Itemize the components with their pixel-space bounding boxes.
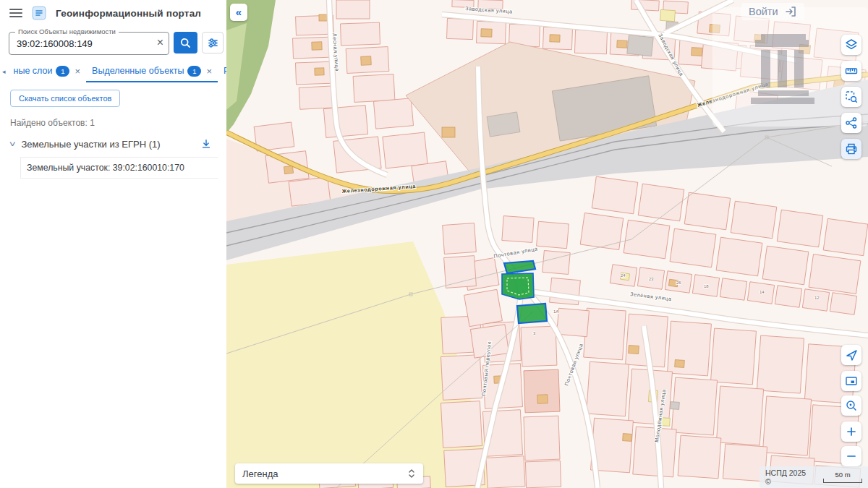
scale-label: 50 m bbox=[835, 471, 850, 479]
legend-dropdown[interactable]: Легенда bbox=[235, 463, 423, 484]
parcel-polygon bbox=[525, 461, 561, 488]
chevron-down-icon[interactable]: ˅ bbox=[9, 140, 16, 148]
collapse-icon: « bbox=[236, 6, 242, 18]
parcel-polygon bbox=[444, 256, 477, 288]
tab-search-results[interactable]: Результаты по bbox=[218, 61, 226, 82]
parcel-polygon bbox=[775, 286, 801, 307]
search-field[interactable]: Поиск Объекты недвижимости × bbox=[9, 32, 169, 55]
parcel-polygon bbox=[441, 401, 482, 448]
building-polygon bbox=[692, 48, 703, 56]
found-count: Найдено объектов: 1 bbox=[10, 118, 218, 128]
tab-scroll-left-icon[interactable]: ◂ bbox=[0, 68, 8, 75]
tab-label: Выделенные объекты bbox=[92, 66, 184, 76]
parcel-polygon bbox=[464, 289, 503, 326]
map-attribution: НСПД 2025 © 50 m bbox=[760, 466, 868, 488]
area-search-button[interactable] bbox=[841, 87, 861, 107]
parcel-polygon bbox=[710, 328, 756, 385]
tune-icon bbox=[207, 37, 219, 49]
parcel-polygon bbox=[757, 335, 804, 393]
tab-close-icon[interactable]: × bbox=[75, 66, 80, 77]
svg-text:26: 26 bbox=[676, 281, 681, 285]
parcel-polygon bbox=[557, 308, 590, 337]
tab-label: Результаты по bbox=[224, 66, 226, 76]
parcel-polygon bbox=[542, 250, 570, 274]
map-canvas[interactable]: Заводская улица Лесная улица Заводская у… bbox=[226, 0, 868, 488]
building-polygon bbox=[361, 56, 372, 66]
parcel-polygon bbox=[524, 369, 560, 413]
building-polygon bbox=[537, 395, 548, 403]
share-button[interactable] bbox=[841, 113, 861, 133]
search-row: Поиск Объекты недвижимости × bbox=[0, 26, 226, 55]
building-polygon bbox=[623, 434, 632, 442]
filter-button[interactable] bbox=[202, 32, 224, 53]
parcel-polygon bbox=[716, 237, 762, 276]
parcel-polygon bbox=[524, 416, 560, 461]
svg-text:23: 23 bbox=[649, 277, 654, 281]
geo-search-button[interactable] bbox=[841, 395, 861, 416]
legend-label: Легенда bbox=[242, 468, 278, 479]
parcel-polygon bbox=[823, 218, 868, 255]
parcel-polygon bbox=[486, 456, 525, 488]
tab-active-layers[interactable]: ные слои 1 × bbox=[8, 61, 87, 82]
download-icon[interactable] bbox=[200, 138, 212, 150]
menu-icon[interactable] bbox=[9, 9, 22, 17]
svg-text:12: 12 bbox=[814, 296, 820, 300]
svg-text:14: 14 bbox=[760, 290, 765, 294]
parcel-polygon bbox=[521, 326, 557, 367]
parcel-polygon bbox=[762, 396, 811, 455]
tab-close-icon[interactable]: × bbox=[206, 66, 212, 77]
parcel-polygon bbox=[574, 30, 607, 54]
parcel-polygon bbox=[762, 246, 809, 285]
building-polygon bbox=[312, 42, 322, 50]
parcel-polygon bbox=[443, 223, 477, 254]
parcel-polygon bbox=[777, 210, 823, 247]
app-title: Геоинформационный портал bbox=[56, 8, 201, 19]
parcel-polygon bbox=[684, 192, 731, 230]
building-polygon bbox=[627, 35, 654, 56]
login-label: Войти bbox=[749, 6, 778, 17]
search-input[interactable] bbox=[9, 33, 169, 54]
clear-search-icon[interactable]: × bbox=[157, 37, 163, 48]
parcel-polygon bbox=[502, 216, 534, 243]
search-button[interactable] bbox=[174, 32, 197, 53]
parcel-polygon bbox=[670, 228, 716, 267]
download-list-button[interactable]: Скачать список объектов bbox=[10, 90, 120, 107]
building-polygon bbox=[675, 360, 685, 368]
tab-selected-objects[interactable]: Выделенные объекты 1 × bbox=[86, 61, 218, 82]
parcel-item-label: Земельный участок: 39:02:160010:170 bbox=[27, 163, 184, 173]
parcel-polygon bbox=[716, 386, 763, 445]
login-button[interactable]: Войти bbox=[741, 3, 804, 20]
tab-badge: 1 bbox=[56, 66, 69, 77]
results-group-header[interactable]: ˅ Земельные участки из ЕГРН (1) bbox=[10, 138, 218, 150]
parcel-polygon bbox=[580, 213, 624, 249]
collapse-sidebar-button[interactable]: « bbox=[230, 4, 247, 21]
ruler-button[interactable] bbox=[841, 61, 861, 81]
parcel-list-item[interactable]: Земельный участок: 39:02:160010:170 bbox=[20, 157, 218, 179]
minimap-button[interactable] bbox=[841, 371, 861, 391]
parcel-polygon bbox=[638, 184, 684, 221]
parcel-polygon bbox=[830, 293, 856, 314]
my-location-button[interactable] bbox=[841, 345, 861, 365]
parcel-polygon bbox=[383, 132, 427, 168]
parcel-polygon bbox=[802, 289, 829, 311]
login-icon bbox=[784, 5, 797, 18]
parcel-polygon bbox=[678, 435, 721, 479]
nspd-watermark-icon bbox=[745, 24, 817, 121]
parcel-polygon bbox=[809, 254, 861, 294]
scale-bar: 50 m bbox=[823, 471, 862, 484]
building-polygon bbox=[660, 9, 676, 21]
parcel-polygon bbox=[592, 176, 638, 214]
parcel-polygon bbox=[353, 74, 395, 103]
results-panel: Скачать список объектов Найдено объектов… bbox=[0, 82, 226, 179]
attribution-text: НСПД 2025 © bbox=[765, 468, 813, 486]
layers-button[interactable] bbox=[841, 35, 861, 55]
svg-text:1А: 1А bbox=[553, 309, 558, 314]
zoom-out-button[interactable] bbox=[841, 446, 861, 466]
parcel-polygon bbox=[731, 201, 777, 239]
zoom-in-button[interactable] bbox=[841, 421, 861, 442]
tab-bar: ◂ ные слои 1 × Выделенные объекты 1 × Ре… bbox=[0, 61, 226, 82]
sort-chevrons-icon bbox=[407, 468, 416, 479]
building-polygon bbox=[550, 35, 560, 42]
print-button[interactable] bbox=[841, 139, 861, 159]
tab-label: ные слои bbox=[14, 66, 53, 76]
